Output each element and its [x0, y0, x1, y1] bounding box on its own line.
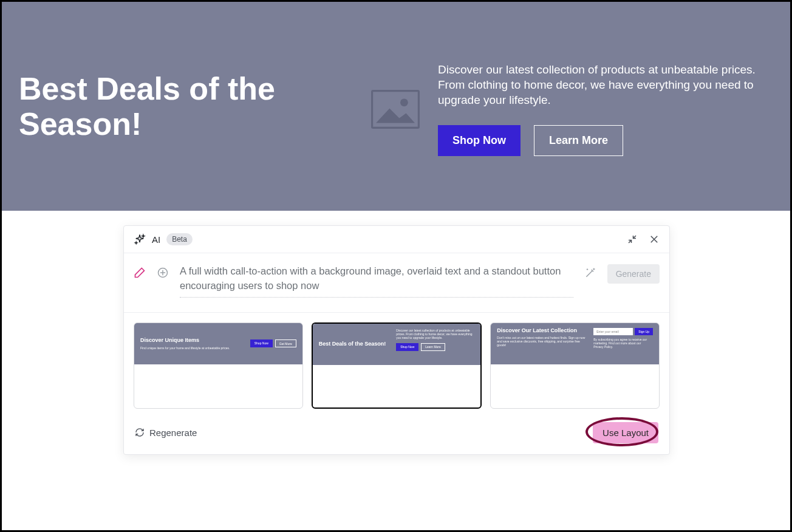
magic-wand-icon[interactable] [584, 267, 596, 281]
hero-right-column: Discover our latest collection of produc… [438, 56, 773, 155]
hero-title: Best Deals of the Season! [19, 71, 323, 142]
layout-option-2[interactable]: Best Deals of the Season! Discover our l… [312, 322, 482, 409]
shop-now-button[interactable]: Shop Now [438, 125, 521, 156]
layout-1-subtext: Find unique items for your home and life… [140, 346, 245, 350]
ai-panel: AI Beta [123, 225, 670, 455]
svg-point-1 [400, 98, 408, 106]
collapse-icon[interactable] [627, 234, 638, 245]
ai-label: AI [152, 234, 160, 245]
layout-option-1[interactable]: Discover Unique Items Find unique items … [134, 322, 303, 409]
hero-banner: Best Deals of the Season! Discover our l… [2, 2, 790, 211]
learn-more-button[interactable]: Learn More [534, 125, 623, 156]
hero-button-group: Shop Now Learn More [438, 125, 773, 156]
layout-3-footnote: By subscribing you agree to receive our … [593, 338, 651, 349]
pencil-icon [134, 267, 146, 281]
layout-3-input: Enter your email [593, 328, 633, 335]
ai-prompt-row: A full width call-to-action with a backg… [124, 253, 669, 313]
ai-panel-header: AI Beta [124, 226, 669, 253]
regenerate-button[interactable]: Regenerate [135, 428, 197, 438]
layout-2-title: Best Deals of the Season! [319, 341, 386, 347]
beta-badge: Beta [166, 233, 193, 245]
hero-description: Discover our latest collection of produc… [438, 63, 773, 107]
layout-2-subtext: Discover our latest collection of produc… [396, 329, 474, 339]
add-icon[interactable] [157, 267, 169, 281]
prompt-input[interactable]: A full width call-to-action with a backg… [180, 264, 573, 298]
ai-panel-footer: Regenerate Use Layout [124, 415, 669, 454]
layout-2-primary: Shop Now [396, 343, 418, 351]
layout-1-primary: Shop Now [250, 339, 273, 347]
layout-options: Discover Unique Items Find unique items … [124, 313, 669, 415]
sparkle-icon [134, 233, 146, 245]
layout-option-3[interactable]: Discover Our Latest Collection Don't mis… [490, 322, 660, 409]
layout-2-secondary: Learn More [421, 343, 445, 351]
refresh-icon [135, 428, 145, 437]
regenerate-label: Regenerate [149, 428, 197, 438]
close-icon[interactable] [649, 234, 660, 245]
layout-1-title: Discover Unique Items [140, 338, 245, 344]
layout-3-subtext: Don't miss out on our latest makes and h… [497, 336, 587, 347]
layout-3-title: Discover Our Latest Collection [497, 328, 587, 334]
layout-3-primary: Sign Up [635, 328, 653, 335]
generate-button[interactable]: Generate [607, 264, 660, 284]
image-placeholder-icon [371, 85, 420, 134]
layout-1-secondary: Get More [275, 339, 296, 347]
use-layout-button[interactable]: Use Layout [593, 422, 658, 443]
